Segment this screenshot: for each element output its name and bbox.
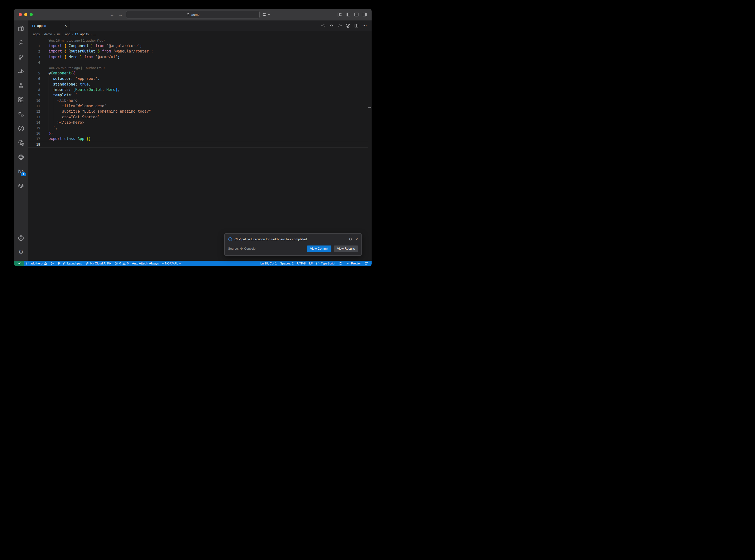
line-number: 11 — [28, 103, 40, 109]
nx-cloud-ai-fix-item-label: Nx Cloud AI Fix — [90, 262, 111, 265]
branch-item-label: add-hero — [30, 262, 42, 265]
explorer-icon — [18, 25, 24, 32]
activity-testing-button[interactable] — [15, 80, 27, 92]
line-number: 7 — [28, 82, 40, 87]
commit-graph-button[interactable] — [346, 23, 350, 28]
code-line-5: 5@Component({ — [28, 71, 368, 76]
customize-layout-button[interactable] — [337, 12, 342, 17]
activity-run-debug-button[interactable] — [15, 65, 27, 77]
next-change-button[interactable] — [338, 24, 342, 28]
zoom-window-button[interactable] — [29, 13, 33, 16]
breadcrumb-item-app[interactable]: app — [65, 33, 70, 36]
minimize-window-button[interactable] — [24, 13, 27, 16]
activity-gitlens-inspect-button[interactable] — [15, 137, 27, 148]
encoding-item-label: UTF-8 — [297, 262, 306, 265]
current-line-highlight — [28, 142, 368, 148]
containers-icon — [18, 182, 24, 189]
chevron-down-icon — [268, 14, 270, 16]
remote-indicator[interactable]: >< — [14, 261, 24, 266]
breadcrumb-item-src[interactable]: src — [57, 33, 61, 36]
activity-accounts-button[interactable] — [15, 232, 27, 244]
nav-back-button[interactable]: ← — [110, 12, 114, 17]
line-content: <lib-hero — [40, 98, 77, 103]
search-icon — [186, 13, 190, 16]
breadcrumb-item-demo[interactable]: demo — [44, 33, 52, 36]
notification-toast: CI Pipeline Execution for #add-hero has … — [224, 234, 362, 256]
notification-close-icon[interactable]: ✕ — [355, 237, 358, 241]
activity-settings-button[interactable]: ⚙ — [15, 246, 27, 258]
view-commit-button[interactable]: View Commit — [307, 245, 331, 252]
previous-change-button[interactable] — [321, 24, 325, 28]
launchpad-item[interactable]: Launchpad — [56, 261, 84, 266]
toggle-blame-button[interactable] — [330, 24, 334, 28]
toggle-secondary-sidebar-button[interactable] — [362, 12, 367, 17]
view-results-button[interactable]: View Results — [334, 245, 358, 252]
activity-gitlens-button[interactable] — [15, 122, 27, 134]
branch-item[interactable]: add-hero — [24, 261, 49, 266]
close-window-button[interactable] — [19, 13, 22, 16]
notifications-item[interactable] — [362, 261, 370, 266]
copilot-menu-button[interactable] — [262, 12, 270, 17]
code-editor[interactable]: You, 26 minutes ago | 1 author (You)1imp… — [28, 38, 372, 261]
encoding-item[interactable]: UTF-8 — [295, 261, 307, 266]
activity-search-button[interactable] — [15, 37, 27, 48]
activity-containers-button[interactable] — [15, 180, 27, 192]
nx-cloud-ai-fix-item[interactable]: Nx Cloud AI Fix — [84, 261, 113, 266]
toggle-primary-sidebar-button[interactable] — [346, 12, 350, 17]
line-number: 8 — [28, 87, 40, 93]
line-content: @Component({ — [40, 71, 75, 76]
settings-icon: ⚙ — [18, 249, 24, 255]
code-line-9: 9 template: ` — [28, 93, 368, 98]
double-check-icon — [346, 262, 350, 265]
breadcrumb-separator-icon: › — [41, 33, 42, 36]
breadcrumb-item-apps[interactable]: apps — [33, 33, 40, 36]
code-line-14: 14 ></lib-hero> — [28, 120, 368, 125]
language-item[interactable]: { }TypeScript — [314, 261, 337, 266]
eol-item[interactable]: LF — [307, 261, 314, 266]
activity-bar: N❯2⚙ — [14, 20, 28, 261]
line-content: export class App {} — [40, 136, 91, 141]
eol-item-label: LF — [309, 262, 313, 265]
line-number: 16 — [28, 131, 40, 136]
prettier-item-label: Prettier — [351, 262, 361, 265]
line-content: imports: [RouterOutlet, Hero], — [40, 87, 120, 93]
cursor-position-item[interactable]: Ln 18, Col 1 — [259, 261, 278, 266]
more-actions-button[interactable]: ··· — [362, 23, 367, 28]
workspace-icon — [18, 111, 24, 117]
notification-settings-gear-icon[interactable]: ⚙ — [349, 237, 352, 241]
compare-item[interactable] — [49, 261, 56, 266]
problems-item[interactable]: 00 — [113, 261, 131, 266]
copilot-item[interactable] — [337, 261, 344, 266]
breadcrumb-item-file[interactable]: app.ts — [80, 33, 88, 36]
auto-attach-item[interactable]: Auto Attach: Always — [131, 261, 160, 266]
activity-source-control-button[interactable] — [15, 51, 27, 63]
launchpad-item-label: Launchpad — [67, 262, 82, 265]
line-number: 2 — [28, 48, 40, 54]
notification-source: Source: Nx Console — [228, 247, 304, 251]
activity-nx-console-button[interactable]: N❯2 — [15, 165, 27, 177]
code-line-1: 1import { Component } from '@angular/cor… — [28, 43, 368, 48]
code-line-3: 3import { Hero } from '@acme/ui'; — [28, 54, 368, 60]
indentation-item[interactable]: Spaces: 2 — [278, 261, 295, 266]
vim-mode-item[interactable]: -- NORMAL -- — [160, 261, 182, 266]
code-line-11: 11 title="Welcmoe demo" — [28, 103, 368, 109]
problems-item-label: 0 — [119, 262, 121, 265]
tab-app-ts[interactable]: TS app.ts ✕ — [28, 20, 70, 31]
language-item-label: TypeScript — [321, 262, 335, 265]
activity-edge-tools-button[interactable] — [15, 151, 27, 163]
toggle-panel-button[interactable] — [354, 12, 359, 17]
activity-explorer-button[interactable] — [15, 22, 27, 34]
code-line-16: 16}) — [28, 131, 368, 136]
activity-workspace-button[interactable] — [15, 108, 27, 120]
activity-extensions-button[interactable] — [15, 94, 27, 106]
warning-icon — [122, 262, 126, 265]
tab-close-icon[interactable]: ✕ — [64, 24, 67, 27]
breadcrumb-item-symbol[interactable]: … — [93, 33, 96, 36]
line-number: 15 — [28, 125, 40, 131]
source-control-icon — [18, 54, 24, 60]
cloud-upload-icon — [44, 262, 47, 265]
prettier-item[interactable]: Prettier — [344, 261, 362, 266]
nav-forward-button[interactable]: → — [118, 12, 122, 17]
split-editor-button[interactable] — [354, 24, 358, 28]
command-center-search[interactable]: acme — [126, 11, 260, 19]
